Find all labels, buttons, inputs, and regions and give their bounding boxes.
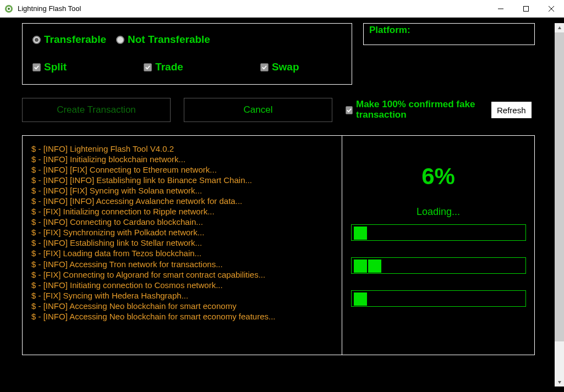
titlebar: Lightning Flash Tool [0,0,564,18]
radio-not-transferable[interactable]: Not Transferable [116,34,210,46]
log-line: $ - [FIX] Connecting to Algorand for sma… [31,269,333,280]
app-icon [4,4,13,13]
svg-marker-7 [558,26,561,29]
content-area: Transferable Not Transferable Split [0,18,564,392]
checkmark-icon [346,106,353,114]
button-label: Create Transaction [57,104,136,115]
log-line: $ - [FIX] Synchronizing with Polkadot ne… [31,227,333,238]
checkbox-label: Make 100% confirmed fake transaction [356,100,478,120]
checkbox-fake-transaction[interactable]: Make 100% confirmed fake transaction [346,100,478,120]
log-line: $ - [INFO] Accessing Neo blockchain for … [31,301,333,311]
radio-label: Not Transferable [128,34,210,46]
log-line: $ - [FIX] Syncing with Hedera Hashgraph.… [31,290,333,301]
scrollbar-thumb[interactable] [555,32,564,341]
svg-marker-8 [558,381,561,384]
log-line: $ - [INFO] [FIX] Syncing with Solana net… [31,185,333,196]
checkbox-label: Swap [272,61,299,73]
checkbox-trade[interactable]: Trade [144,61,183,73]
create-transaction-button[interactable]: Create Transaction [22,98,171,122]
log-line: $ - [INFO] [FIX] Connecting to Ethereum … [31,164,333,175]
log-line: $ - [INFO] Accessing Neo blockchain for … [31,311,333,322]
maximize-button[interactable] [513,0,539,18]
progress-bar-1 [351,224,526,241]
platform-label: Platform: [369,25,410,35]
radio-transferable[interactable]: Transferable [32,34,106,46]
checkmark-icon [144,63,152,71]
log-panel: $ - [INFO] Lightening Flash Tool V4.0.2$… [22,135,535,355]
checkbox-split[interactable]: Split [32,61,67,73]
log-line: $ - [INFO] Initiating connection to Cosm… [31,280,333,290]
transfer-options-panel: Transferable Not Transferable Split [22,23,352,85]
progress-bar-3 [351,290,526,307]
checkbox-swap[interactable]: Swap [260,61,299,73]
log-line: $ - [FIX] Initializing connection to Rip… [31,206,333,217]
progress-percent: 6% [421,163,455,190]
checkmark-icon [260,63,269,71]
minimize-button[interactable] [488,0,513,18]
scroll-up-arrow-icon[interactable] [555,23,564,32]
app-window: Lightning Flash Tool Transferable [0,0,564,392]
window-title: Lightning Flash Tool [18,4,81,13]
radio-label: Transferable [44,34,106,46]
log-line: $ - [INFO] Connecting to Cardano blockch… [31,217,333,227]
cancel-button[interactable]: Cancel [184,98,332,122]
button-label: Refresh [497,106,526,115]
button-label: Cancel [244,104,273,115]
log-line: $ - [INFO] Establishing link to Stellar … [31,238,333,248]
log-line: $ - [INFO] Accessing Tron network for tr… [31,259,333,269]
log-line: $ - [INFO] Initializing blockchain netwo… [31,154,333,164]
close-button[interactable] [539,0,564,18]
platform-panel: Platform: [363,23,535,45]
progress-bar-2 [351,257,526,274]
checkmark-icon [32,63,41,71]
log-line: $ - [INFO] Lightening Flash Tool V4.0.2 [31,143,333,154]
log-line: $ - [INFO] [INFO] Establishing link to B… [31,175,333,185]
svg-rect-4 [524,6,529,11]
checkbox-label: Trade [155,61,183,73]
svg-point-2 [8,8,10,10]
refresh-button[interactable]: Refresh [491,101,532,119]
radio-icon [116,36,124,44]
loading-label: Loading... [417,206,460,218]
log-line: $ - [FIX] Loading data from Tezos blockc… [31,248,333,258]
scroll-down-arrow-icon[interactable] [555,377,564,387]
radio-icon [32,36,41,44]
log-line: $ - [INFO] [INFO] Accessing Avalanche ne… [31,196,333,206]
log-output: $ - [INFO] Lightening Flash Tool V4.0.2$… [23,136,342,355]
vertical-scrollbar[interactable] [555,23,564,387]
progress-panel: 6% Loading... [342,136,534,355]
checkbox-label: Split [44,61,67,73]
